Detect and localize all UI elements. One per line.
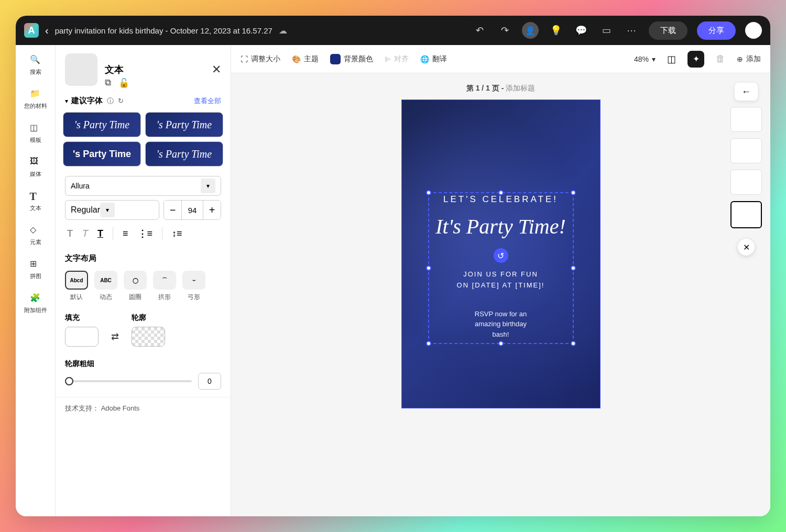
top-bar: ‹ party invitation for kids birthday - O… bbox=[16, 16, 770, 45]
font-sample-2[interactable]: 's Party Time bbox=[145, 112, 223, 137]
fill-color-swatch[interactable] bbox=[65, 327, 99, 347]
back-button[interactable]: ‹ bbox=[45, 25, 49, 37]
text-celebrate[interactable]: LET'S CELEBRATE! bbox=[414, 194, 587, 205]
layout-default[interactable]: Abcd默认 bbox=[65, 271, 88, 302]
resize-handle[interactable] bbox=[498, 341, 504, 346]
share-button[interactable]: 分享 bbox=[697, 21, 736, 40]
lock-icon[interactable]: 🔓 bbox=[118, 77, 129, 88]
align-icon[interactable]: ≡ bbox=[123, 228, 128, 239]
font-size-input[interactable] bbox=[182, 201, 203, 219]
resize-handle[interactable] bbox=[426, 341, 431, 346]
resize-button[interactable]: ⛶调整大小 bbox=[241, 54, 280, 64]
theme-button[interactable]: 🎨主题 bbox=[292, 54, 319, 64]
info-icon[interactable]: ⓘ bbox=[107, 96, 114, 106]
font-size-stepper[interactable]: − + bbox=[163, 200, 221, 220]
decrease-button[interactable]: − bbox=[164, 201, 182, 219]
collapse-rail-button[interactable]: ← bbox=[735, 83, 758, 101]
revert-badge-icon[interactable]: ↺ bbox=[494, 248, 508, 263]
document-title: party invitation for kids birthday - Oct… bbox=[55, 26, 272, 35]
italic-icon[interactable]: T bbox=[82, 228, 88, 239]
add-button[interactable]: ⊕添加 bbox=[737, 54, 761, 64]
chevron-down-icon[interactable]: ▾ bbox=[65, 97, 68, 105]
comment-icon[interactable]: 💬 bbox=[573, 23, 589, 38]
rail-addons[interactable]: 🧩附加组件 bbox=[24, 293, 47, 314]
user-avatar[interactable] bbox=[745, 22, 762, 39]
thickness-slider[interactable] bbox=[65, 380, 192, 382]
layout-arch[interactable]: ⌒拱形 bbox=[153, 271, 176, 302]
outline-thickness-label: 轮廓粗细 bbox=[65, 359, 221, 369]
rail-materials[interactable]: 📁您的材料 bbox=[24, 88, 47, 110]
thickness-input[interactable] bbox=[198, 373, 221, 390]
lightbulb-icon[interactable]: 💡 bbox=[548, 23, 564, 38]
outline-label: 轮廓 bbox=[132, 313, 165, 323]
download-button[interactable]: 下载 bbox=[649, 21, 687, 40]
text-party-time[interactable]: It's Party Time! bbox=[414, 214, 587, 239]
rail-search[interactable]: 🔍搜索 bbox=[30, 54, 41, 76]
canvas-area: ⛶调整大小 🎨主题 背景颜色 ⊫对齐 🌐翻译 48% ▾ ◫ ✦ 🗑 ⊕添加 第… bbox=[231, 45, 770, 516]
plus-icon: ⊕ bbox=[737, 55, 743, 63]
translate-icon: 🌐 bbox=[420, 55, 429, 63]
refresh-icon[interactable]: ↻ bbox=[118, 97, 124, 105]
left-rail: 🔍搜索 📁您的材料 ◫模板 🖼媒体 T文本 ◇元素 ⊞拼图 🧩附加组件 bbox=[16, 45, 56, 516]
increase-button[interactable]: + bbox=[203, 201, 221, 219]
chevron-down-icon: ▾ bbox=[100, 203, 115, 217]
font-family-dropdown[interactable]: Allura ▾ bbox=[65, 176, 221, 196]
uppercase-icon[interactable]: T bbox=[67, 228, 73, 239]
animate-icon[interactable]: ✦ bbox=[687, 51, 704, 68]
delete-icon[interactable]: 🗑 bbox=[716, 53, 725, 64]
layout-bow[interactable]: ⌣弓形 bbox=[182, 271, 205, 302]
panel-footer: 技术支持： Adobe Fonts bbox=[56, 397, 231, 419]
text-rsvp[interactable]: RSVP now for an amazing birthday bash! bbox=[414, 309, 587, 340]
panel-title: 文本 bbox=[105, 63, 204, 76]
cloud-sync-icon[interactable]: ☁ bbox=[279, 26, 287, 36]
rail-elements[interactable]: ◇元素 bbox=[30, 225, 41, 246]
page-indicator: 第 1 / 1 页 - 添加标题 bbox=[231, 84, 770, 93]
font-sample-3[interactable]: 's Party Time bbox=[63, 141, 141, 167]
underline-icon[interactable]: T bbox=[97, 228, 103, 239]
text-properties-panel: 文本 ✕ ⧉ 🔓 ▾ 建议字体 ⓘ ↻ 查看全部 's Party Time '… bbox=[56, 45, 231, 516]
rail-text[interactable]: T文本 bbox=[30, 191, 41, 212]
page-thumbnail[interactable] bbox=[730, 107, 762, 132]
invite-user-icon[interactable]: 👤 bbox=[522, 22, 539, 39]
text-layout-label: 文字布局 bbox=[65, 253, 221, 263]
duplicate-icon[interactable]: ⧉ bbox=[105, 77, 111, 88]
layout-circle[interactable]: ◯圆圈 bbox=[124, 271, 147, 302]
outline-color-swatch[interactable] bbox=[132, 327, 165, 347]
add-title-link[interactable]: 添加标题 bbox=[506, 84, 535, 92]
font-style-dropdown[interactable]: Regular ▾ bbox=[65, 200, 159, 220]
rail-media[interactable]: 🖼媒体 bbox=[30, 157, 41, 178]
artboard[interactable]: LET'S CELEBRATE! It's Party Time! ↺ JOIN… bbox=[401, 99, 601, 408]
page-thumbnail[interactable] bbox=[730, 170, 762, 195]
swap-icon[interactable]: ⇄ bbox=[111, 331, 119, 342]
undo-button[interactable]: ↶ bbox=[472, 23, 487, 38]
bg-color-button[interactable]: 背景颜色 bbox=[330, 54, 373, 64]
close-rail-button[interactable]: ✕ bbox=[738, 239, 755, 256]
rail-grid[interactable]: ⊞拼图 bbox=[30, 259, 41, 280]
page-thumbnail[interactable] bbox=[730, 138, 762, 163]
layout-dynamic[interactable]: ABC动态 bbox=[94, 271, 117, 302]
font-sample-1[interactable]: 's Party Time bbox=[63, 112, 141, 137]
close-panel-button[interactable]: ✕ bbox=[212, 63, 221, 76]
zoom-dropdown[interactable]: 48% ▾ bbox=[634, 55, 656, 63]
translate-button[interactable]: 🌐翻译 bbox=[420, 54, 447, 64]
app-logo[interactable] bbox=[24, 23, 39, 38]
suggested-fonts-label: 建议字体 bbox=[71, 96, 103, 106]
canvas-toolbar: ⛶调整大小 🎨主题 背景颜色 ⊫对齐 🌐翻译 48% ▾ ◫ ✦ 🗑 ⊕添加 bbox=[231, 45, 770, 73]
page-thumbnail-active[interactable] bbox=[730, 201, 762, 228]
line-height-icon[interactable]: ↕≡ bbox=[172, 228, 182, 239]
palette-icon: 🎨 bbox=[292, 55, 301, 63]
screens-icon[interactable]: ▭ bbox=[598, 23, 614, 38]
more-icon[interactable]: ⋯ bbox=[624, 23, 639, 38]
resize-icon: ⛶ bbox=[241, 55, 248, 63]
chevron-down-icon: ▾ bbox=[201, 179, 215, 193]
fill-label: 填充 bbox=[65, 313, 99, 323]
text-join-us[interactable]: JOIN US FOR FUN ON [DATE] AT [TIME]! bbox=[414, 269, 587, 291]
font-sample-4[interactable]: 's Party Time bbox=[145, 141, 223, 167]
rail-templates[interactable]: ◫模板 bbox=[30, 123, 41, 144]
resize-handle[interactable] bbox=[571, 341, 576, 346]
align-icon: ⊫ bbox=[385, 55, 391, 63]
redo-button[interactable]: ↷ bbox=[497, 23, 512, 38]
layers-icon[interactable]: ◫ bbox=[667, 53, 676, 65]
view-all-link[interactable]: 查看全部 bbox=[194, 96, 221, 106]
list-icon[interactable]: ⋮≡ bbox=[138, 228, 153, 239]
